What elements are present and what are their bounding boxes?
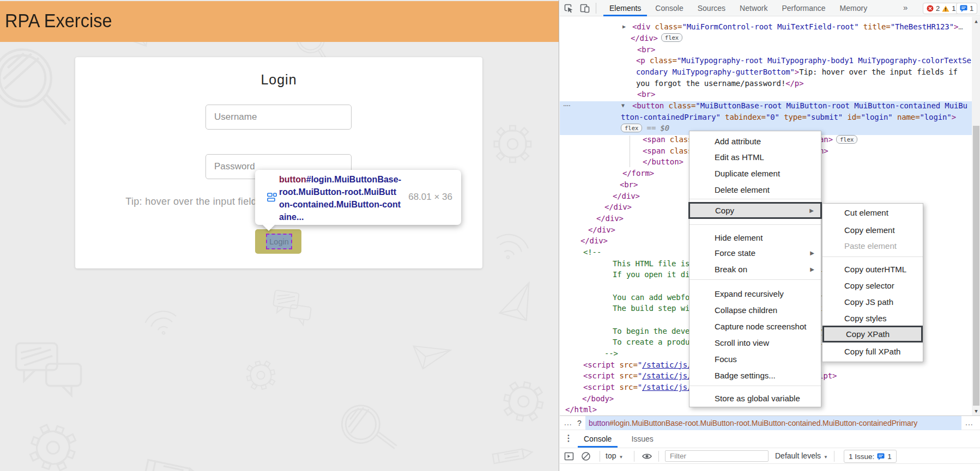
breadcrumb-overflow-icon[interactable]: ...: [564, 418, 572, 427]
menu-item-store-as-global-variable[interactable]: Store as global variable: [689, 390, 821, 406]
breadcrumb-selected[interactable]: button#login.MuiButtonBase-root.MuiButto…: [585, 416, 961, 430]
menu-item-force-state[interactable]: Force state▶: [689, 244, 821, 261]
menu-item-delete-element[interactable]: Delete element: [689, 181, 821, 198]
scroll-down-arrow[interactable]: ▼: [972, 408, 980, 414]
console-sidebar-icon[interactable]: [564, 451, 574, 461]
flex-badge: flex: [661, 33, 682, 42]
devtools-panel: ElementsConsoleSourcesNetworkPerformance…: [559, 0, 980, 471]
drawer-menu-icon[interactable]: ⋮: [564, 433, 573, 443]
devtools-tab-elements[interactable]: Elements: [602, 0, 648, 16]
login-title: Login: [75, 72, 482, 88]
scroll-up-arrow[interactable]: ▲: [972, 19, 980, 24]
menu-item-hide-element[interactable]: Hide element: [689, 229, 821, 246]
flex-badge: flex: [836, 135, 857, 144]
tooltip-pointer: [262, 224, 275, 231]
menu-item-copy-selector[interactable]: Copy selector: [822, 277, 923, 293]
menu-separator: [822, 256, 923, 257]
username-input[interactable]: Username: [205, 105, 352, 130]
tooltip-selector: button#login.MuiButtonBase-root.MuiButto…: [279, 173, 401, 223]
menu-item-duplicate-element[interactable]: Duplicate element: [689, 165, 821, 181]
log-levels-dropdown[interactable]: Default levels▼: [775, 451, 828, 460]
divider: [596, 3, 596, 14]
menu-item-add-attribute[interactable]: Add attribute: [689, 133, 821, 149]
scroll-thumb[interactable]: [973, 126, 979, 406]
menu-item-capture-node-screenshot[interactable]: Capture node screenshot: [689, 318, 821, 334]
divider: [634, 451, 634, 462]
inspect-tooltip: button#login.MuiButtonBase-root.MuiButto…: [255, 170, 461, 225]
page-header: RPA Exercise: [0, 1, 559, 42]
context-selector[interactable]: top▼: [606, 451, 623, 460]
menu-item-scroll-into-view[interactable]: Scroll into view: [689, 334, 821, 351]
filter-input[interactable]: Filter: [665, 450, 769, 462]
menu-item-break-on[interactable]: Break on▶: [689, 261, 821, 277]
menu-separator: [689, 279, 821, 280]
menu-item-cut-element[interactable]: Cut element: [822, 204, 923, 221]
devtools-tab-performance[interactable]: Performance: [775, 0, 832, 16]
username-placeholder: Username: [214, 112, 257, 123]
drawer-tab-issues[interactable]: Issues: [625, 430, 659, 448]
issue-message-icon: [877, 453, 885, 460]
code-line[interactable]: ▶<div class="MuiFormControl-root MuiText…: [560, 21, 972, 33]
submenu-arrow-icon: ▶: [810, 250, 814, 256]
submenu-arrow-icon: ▶: [810, 266, 814, 272]
menu-item-copy-js-path[interactable]: Copy JS path: [822, 293, 923, 310]
devtools-tab-sources[interactable]: Sources: [691, 0, 733, 16]
drawer-tabbar: ⋮ ConsoleIssues: [560, 430, 980, 448]
error-warning-badge[interactable]: 2 1: [923, 3, 959, 14]
menu-separator: [689, 199, 821, 199]
inspect-icon[interactable]: [564, 3, 573, 13]
devtools-tabbar: ElementsConsoleSourcesNetworkPerformance…: [560, 0, 980, 16]
clear-console-icon[interactable]: [581, 451, 591, 461]
issue-count-button[interactable]: 1 Issue: 1: [844, 450, 897, 463]
menu-item-copy-styles[interactable]: Copy styles: [822, 310, 923, 326]
divider: [600, 451, 600, 462]
menu-item-edit-as-html[interactable]: Edit as HTML: [689, 149, 821, 165]
breadcrumb-overflow-icon-right[interactable]: ...: [965, 418, 973, 427]
warning-icon: [942, 5, 949, 12]
devtools-tabs: ElementsConsoleSourcesNetworkPerformance…: [602, 0, 874, 16]
divider: [658, 451, 659, 462]
menu-item-copy-xpath[interactable]: Copy XPath: [822, 326, 923, 342]
console-toolbar: top▼ Filter Default levels▼ 1 Issue: 1: [560, 448, 980, 464]
elements-scrollbar[interactable]: ▲ ▼: [972, 17, 980, 415]
menu-item-copy-full-xpath[interactable]: Copy full XPath: [822, 343, 923, 359]
login-button[interactable]: Login: [255, 229, 301, 254]
issues-badge[interactable]: 1: [956, 3, 977, 14]
tooltip-dimensions: 68.01 × 36: [408, 192, 452, 203]
menu-item-collapse-children[interactable]: Collapse children: [689, 302, 821, 318]
breadcrumb-fragment: ?: [577, 419, 582, 427]
menu-item-expand-recursively[interactable]: Expand recursively: [689, 285, 821, 302]
page-title: RPA Exercise: [5, 10, 112, 32]
menu-item-focus[interactable]: Focus: [689, 351, 821, 367]
drawer-tab-console[interactable]: Console: [578, 430, 618, 448]
element-badge-icon: [267, 193, 278, 202]
menu-item-badge-settings-[interactable]: Badge settings...: [689, 367, 821, 383]
divider: [834, 451, 834, 462]
menu-item-copy-outerhtml[interactable]: Copy outerHTML: [822, 261, 923, 277]
code-line[interactable]: </div>flex: [560, 33, 972, 44]
devtools-tab-network[interactable]: Network: [733, 0, 775, 16]
devtools-tab-memory[interactable]: Memory: [833, 0, 875, 16]
submenu-arrow-icon: ▶: [809, 207, 814, 213]
login-card: Login Username Password Tip: hover over …: [75, 57, 482, 268]
code-line[interactable]: tton-containedPrimary" tabindex="0" type…: [560, 112, 972, 123]
collapse-arrow-icon[interactable]: ▼: [621, 100, 625, 112]
code-line[interactable]: <p class="MuiTypography-root MuiTypograp…: [560, 55, 972, 66]
context-menu: Add attributeEdit as HTMLDuplicate eleme…: [689, 131, 821, 407]
more-tabs-icon[interactable]: »: [903, 3, 908, 12]
devtools-tab-console[interactable]: Console: [648, 0, 690, 16]
menu-separator: [689, 386, 821, 386]
menu-item-copy-element[interactable]: Copy element: [822, 222, 923, 238]
expand-arrow-icon[interactable]: ▶: [622, 21, 626, 33]
code-line[interactable]: ▼<button class="MuiButtonBase-root MuiBu…: [560, 100, 972, 112]
code-line[interactable]: <br>: [560, 44, 972, 56]
breadcrumb-bar: ... ? button#login.MuiButtonBase-root.Mu…: [560, 415, 980, 430]
login-button-content: Login: [266, 234, 292, 249]
code-line[interactable]: condary MuiTypography-gutterBottom">Tip:…: [560, 66, 972, 78]
eye-icon[interactable]: [642, 452, 652, 461]
code-line[interactable]: you forgot the username/password!</p>: [560, 78, 972, 89]
flex-badge: flex: [621, 124, 642, 132]
code-line[interactable]: <br>: [560, 89, 972, 100]
menu-item-copy[interactable]: Copy▶: [688, 202, 822, 219]
device-toolbar-icon[interactable]: [580, 3, 590, 13]
